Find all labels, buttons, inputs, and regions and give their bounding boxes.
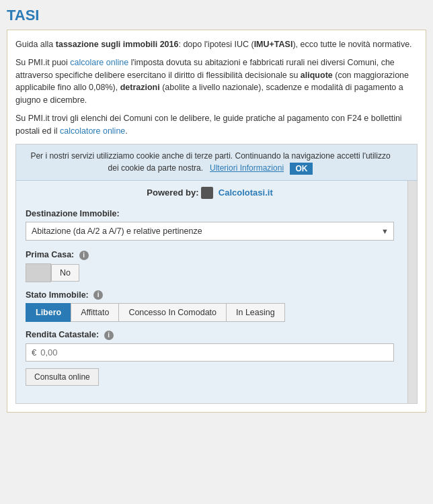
rendita-section: Rendita Catastale: i € Consulta online [26, 330, 394, 386]
destinazione-label: Destinazione Immobile: [26, 209, 394, 218]
stato-libero-button[interactable]: Libero [26, 303, 71, 322]
page-title: TASI [7, 7, 426, 24]
destinazione-section: Destinazione Immobile: Abitazione (da A/… [26, 209, 394, 241]
scrollbar-track[interactable] [407, 144, 417, 403]
stato-info-icon[interactable]: i [93, 290, 103, 300]
destinazione-select-wrapper: Abitazione (da A/2 a A/7) e relative per… [26, 222, 394, 241]
calcolotasi-site: Calcolotasi.it [219, 188, 273, 198]
consulta-online-button[interactable]: Consulta online [26, 368, 99, 386]
widget-container: Per i nostri servizi utilizziamo cookie … [15, 144, 418, 404]
calcolatore-online-link[interactable]: calcolatore online [60, 126, 125, 136]
intro-aliquote: aliquote [301, 71, 333, 80]
cookie-ok-button[interactable]: OK [290, 163, 313, 175]
prima-casa-label: Prima Casa: i [26, 250, 394, 260]
cookie-bar: Per i nostri servizi utilizziamo cookie … [16, 144, 417, 181]
stato-button-group: Libero Affittato Concesso In Comodato In… [26, 303, 394, 322]
stato-concesso-button[interactable]: Concesso In Comodato [118, 303, 227, 322]
intro-bold2: IMU+TASI [254, 40, 293, 49]
rendita-label: Rendita Catastale: i [26, 330, 394, 340]
stato-leasing-button[interactable]: In Leasing [226, 303, 285, 322]
intro-line1-end: ), ecco tutte le novità normative. [292, 40, 411, 49]
rendita-input-wrapper: € [26, 343, 394, 362]
stato-label: Stato Immobile: i [26, 290, 394, 300]
prima-casa-no-label[interactable]: No [51, 264, 79, 282]
calcolare-online-link[interactable]: calcolare online [70, 58, 128, 67]
intro-line2-before: Su PMI.it puoi [15, 58, 70, 67]
cookie-info-link[interactable]: Ulteriori Informazioni [210, 163, 284, 173]
rendita-input[interactable] [40, 347, 388, 358]
powered-by: Powered by: Calcolotasi.it [26, 187, 394, 200]
intro-line1-middle: : dopo l'ipotesi IUC ( [178, 40, 253, 49]
toggle-off-indicator [26, 263, 51, 282]
intro-line3-end: . [125, 126, 127, 136]
destinazione-select[interactable]: Abitazione (da A/2 a A/7) e relative per… [26, 222, 394, 241]
prima-casa-toggle: No [26, 263, 394, 282]
prima-casa-info-icon[interactable]: i [79, 251, 89, 260]
outer-card: Guida alla tassazione sugli immobili 201… [7, 30, 426, 413]
stato-affittato-button[interactable]: Affittato [71, 303, 119, 322]
intro-bold1: tassazione sugli immobili 2016 [56, 40, 179, 49]
intro-block: Guida alla tassazione sugli immobili 201… [15, 38, 418, 137]
stato-section: Stato Immobile: i Libero Affittato Conce… [26, 290, 394, 323]
intro-line1-before: Guida alla [15, 40, 56, 49]
prima-casa-section: Prima Casa: i No [26, 250, 394, 282]
intro-detrazioni: detrazioni [120, 83, 160, 92]
widget-inner: Powered by: Calcolotasi.it Destinazione … [16, 181, 407, 403]
euro-symbol: € [32, 347, 36, 358]
rendita-info-icon[interactable]: i [104, 331, 114, 340]
powered-by-label: Powered by: [147, 188, 198, 198]
calcolotasi-logo-icon [201, 187, 213, 199]
